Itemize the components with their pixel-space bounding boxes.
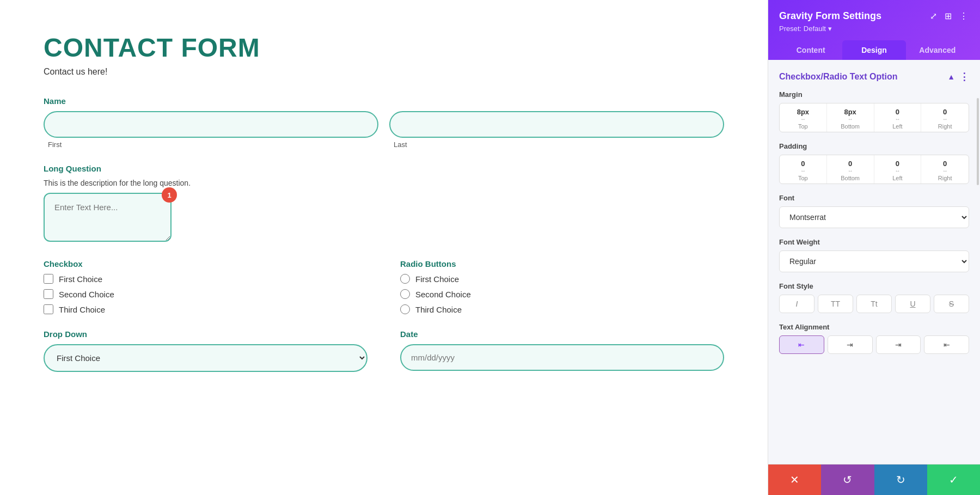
margin-right-input[interactable] — [923, 108, 966, 116]
dropdown-col: Drop Down First Choice Second Choice Thi… — [44, 329, 367, 372]
checkbox-input-2[interactable] — [44, 289, 53, 299]
font-style-strikethrough-btn[interactable]: S — [934, 295, 969, 313]
name-row: First Last — [44, 111, 724, 149]
last-name-input[interactable] — [389, 111, 724, 138]
radio-item-1: First Choice — [400, 274, 724, 284]
section-chevron-up-icon[interactable]: ▲ — [947, 72, 955, 81]
margin-left-input[interactable] — [877, 108, 919, 116]
checkbox-list: First Choice Second Choice Third Choice — [44, 274, 367, 314]
main-content: CONTACT FORM Contact us here! Name First… — [0, 0, 768, 495]
margin-right-sublabel: Right — [938, 123, 952, 130]
radio-item-label-3: Third Choice — [415, 305, 462, 314]
radio-item-label-1: First Choice — [415, 274, 459, 284]
panel-body: Checkbox/Radio Text Option ▲ ⋮ Margin ↔ … — [768, 60, 980, 464]
margin-left-sublabel: Left — [892, 123, 902, 130]
font-select[interactable]: Montserrat Arial Roboto — [779, 206, 969, 228]
cancel-button[interactable]: ✕ — [768, 465, 821, 495]
align-justify-btn[interactable]: ⇤ — [924, 335, 969, 354]
padding-bottom-cell: ↔ Bottom — [827, 155, 874, 184]
section-title-label: Checkbox/Radio Text Option — [779, 72, 898, 82]
margin-bottom-sublabel: Bottom — [841, 123, 860, 130]
date-col: Date — [400, 329, 724, 372]
dropdown-select[interactable]: First Choice Second Choice Third Choice — [44, 344, 367, 372]
font-weight-label: Font Weight — [779, 238, 969, 246]
section-controls: ▲ ⋮ — [947, 71, 969, 83]
padding-link-left-icon: ↔ — [895, 168, 900, 174]
tab-design[interactable]: Design — [842, 40, 905, 60]
name-field-group: Name First Last — [44, 96, 724, 149]
padding-left-input[interactable] — [877, 160, 919, 168]
padding-top-cell: ↔ Top — [780, 155, 827, 184]
font-weight-select[interactable]: Regular Bold Light — [779, 250, 969, 272]
checkbox-item-2: Second Choice — [44, 289, 367, 299]
margin-bottom-input[interactable] — [829, 108, 872, 116]
tab-advanced[interactable]: Advanced — [906, 40, 969, 60]
padding-link-bottom-icon: ↔ — [848, 168, 853, 174]
margin-link-left-icon: ↔ — [895, 116, 900, 122]
long-question-label: Long Question — [44, 164, 724, 173]
checkbox-item-label-2: Second Choice — [59, 290, 114, 299]
long-question-textarea[interactable] — [44, 193, 171, 242]
radio-col: Radio Buttons First Choice Second Choice… — [400, 259, 724, 314]
name-label: Name — [44, 96, 724, 106]
checkbox-item-label-1: First Choice — [59, 274, 102, 284]
font-style-underline-btn[interactable]: U — [895, 295, 930, 313]
padding-right-sublabel: Right — [938, 175, 952, 181]
expand-icon-btn[interactable]: ⤢ — [929, 10, 938, 22]
save-button[interactable]: ✓ — [927, 465, 980, 495]
padding-right-input[interactable] — [923, 160, 966, 168]
last-name-wrap: Last — [389, 111, 724, 149]
font-style-uppercase-btn[interactable]: TT — [818, 295, 853, 313]
align-left-btn[interactable]: ⇤ — [779, 335, 824, 354]
padding-top-input[interactable] — [782, 160, 824, 168]
padding-link-top-icon: ↔ — [800, 168, 806, 174]
font-style-label: Font Style — [779, 282, 969, 290]
last-sublabel: Last — [389, 140, 724, 149]
font-style-italic-btn[interactable]: I — [779, 295, 814, 313]
align-center-btn[interactable]: ⇥ — [828, 335, 873, 354]
margin-grid: ↔ Top ↔ Bottom ↔ Left ↔ Right — [779, 103, 969, 132]
undo-button[interactable]: ↺ — [821, 465, 874, 495]
margin-link-bottom-icon: ↔ — [848, 116, 853, 122]
section-dots-icon[interactable]: ⋮ — [959, 71, 969, 83]
radio-input-2[interactable] — [400, 289, 410, 299]
checkbox-col: Checkbox First Choice Second Choice Thir… — [44, 259, 367, 314]
form-title: CONTACT FORM — [44, 33, 724, 63]
checkbox-input-3[interactable] — [44, 304, 53, 314]
font-style-capitalize-btn[interactable]: Tt — [856, 295, 892, 313]
radio-item-3: Third Choice — [400, 304, 724, 314]
textarea-wrap: 1 — [44, 193, 171, 244]
first-sublabel: First — [44, 140, 378, 149]
margin-top-input[interactable] — [782, 108, 824, 116]
font-style-row: I TT Tt U S — [779, 295, 969, 313]
dropdown-date-section: Drop Down First Choice Second Choice Thi… — [44, 329, 724, 372]
redo-button[interactable]: ↻ — [874, 465, 927, 495]
align-right-btn[interactable]: ⇥ — [876, 335, 921, 354]
preset-label: Preset: Default — [779, 25, 826, 33]
tab-content[interactable]: Content — [779, 40, 842, 60]
padding-bottom-input[interactable] — [829, 160, 872, 168]
padding-grid: ↔ Top ↔ Bottom ↔ Left ↔ Right — [779, 155, 969, 184]
checkbox-item-3: Third Choice — [44, 304, 367, 314]
long-question-description: This is the description for the long que… — [44, 179, 724, 187]
radio-input-3[interactable] — [400, 304, 410, 314]
margin-top-cell: ↔ Top — [780, 103, 827, 132]
form-subtitle: Contact us here! — [44, 67, 724, 77]
padding-left-sublabel: Left — [892, 175, 902, 181]
columns-icon-btn[interactable]: ⊞ — [944, 10, 953, 22]
checkbox-radio-section: Checkbox First Choice Second Choice Thir… — [44, 259, 724, 314]
panel-header-top: Gravity Form Settings ⤢ ⊞ ⋮ — [779, 10, 969, 22]
radio-input-1[interactable] — [400, 274, 410, 284]
date-label: Date — [400, 329, 724, 339]
first-name-input[interactable] — [44, 111, 378, 138]
date-input[interactable] — [400, 344, 724, 371]
panel-preset[interactable]: Preset: Default ▾ — [779, 25, 969, 33]
radio-item-label-2: Second Choice — [415, 290, 471, 299]
dropdown-label: Drop Down — [44, 329, 367, 339]
padding-link-right-icon: ↔ — [942, 168, 948, 174]
margin-left-cell: ↔ Left — [874, 103, 922, 132]
checkbox-input-1[interactable] — [44, 274, 53, 284]
panel-header-icons: ⤢ ⊞ ⋮ — [929, 10, 969, 22]
margin-label: Margin — [779, 90, 969, 99]
more-icon-btn[interactable]: ⋮ — [958, 10, 969, 22]
